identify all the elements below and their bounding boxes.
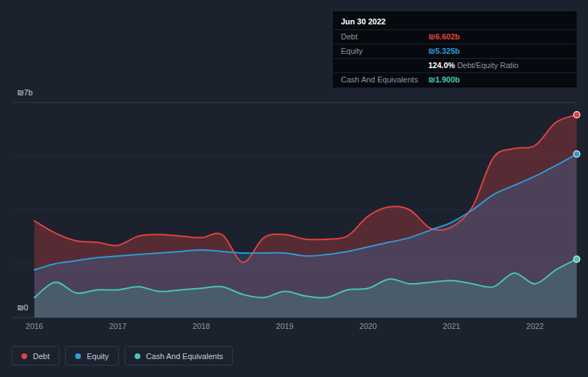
x-tick-2019: 2019: [276, 322, 293, 330]
x-tick-2018: 2018: [193, 322, 210, 330]
cash-and-equivalents-endpoint-marker: [574, 256, 580, 262]
tooltip-date: Jun 30 2022: [334, 12, 576, 29]
chart-area: [11, 102, 577, 318]
tooltip-row-equity: Equity ₪5.325b: [334, 44, 576, 58]
equity-endpoint-marker: [574, 151, 580, 157]
tooltip-ratio-label: Debt/Equity Ratio: [457, 61, 519, 70]
debt-equity-history-page: { "colors": { "background": "#1b222d", "…: [0, 0, 588, 377]
tooltip-ratio-value: 124.0%: [428, 61, 455, 70]
tooltip-row-cash: Cash And Equivalents ₪1.900b: [334, 72, 576, 87]
legend-label-cash: Cash And Equivalents: [146, 352, 223, 361]
legend-item-equity[interactable]: Equity: [65, 346, 119, 366]
tooltip-equity-label: Equity: [341, 46, 428, 57]
x-tick-2020: 2020: [360, 322, 377, 330]
chart-svg[interactable]: [11, 102, 577, 318]
y-axis-label-max: ₪7b: [17, 88, 33, 97]
tooltip-row-ratio: 124.0% Debt/Equity Ratio: [334, 58, 576, 72]
legend-dot-debt: [21, 353, 27, 359]
x-tick-2022: 2022: [526, 322, 544, 330]
tooltip-row-debt: Debt ₪6.602b: [334, 29, 576, 44]
tooltip-cash-label: Cash And Equivalents: [341, 75, 428, 85]
legend-item-cash[interactable]: Cash And Equivalents: [125, 346, 233, 366]
tooltip-cash-value: ₪1.900b: [428, 75, 460, 85]
legend-label-debt: Debt: [33, 352, 49, 361]
tooltip-debt-value: ₪6.602b: [428, 32, 460, 42]
tooltip-debt-label: Debt: [341, 32, 428, 42]
legend-dot-cash: [135, 353, 140, 359]
x-tick-2016: 2016: [26, 322, 43, 330]
legend-label-equity: Equity: [87, 352, 109, 361]
debt-endpoint-marker: [574, 112, 580, 118]
legend-item-debt[interactable]: Debt: [11, 346, 59, 366]
x-axis: 2016 2017 2018 2019 2020 2021 2022: [0, 322, 588, 332]
legend-dot-equity: [75, 353, 81, 359]
tooltip-equity-value: ₪5.325b: [428, 46, 460, 57]
chart-tooltip: Jun 30 2022 Debt ₪6.602b Equity ₪5.325b …: [333, 11, 577, 87]
x-tick-2021: 2021: [443, 322, 460, 330]
legend: Debt Equity Cash And Equivalents: [11, 346, 233, 366]
tooltip-ratio: 124.0% Debt/Equity Ratio: [428, 60, 519, 71]
x-tick-2017: 2017: [109, 322, 126, 330]
